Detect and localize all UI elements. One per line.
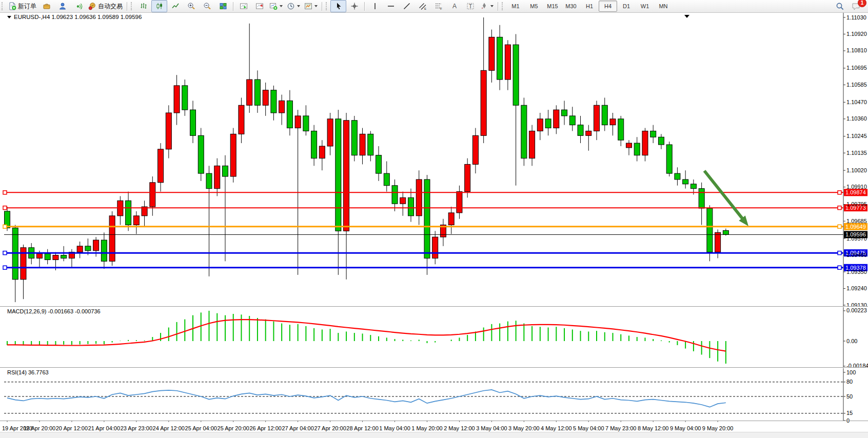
- zoom-in-button[interactable]: [183, 0, 199, 12]
- candle: [666, 145, 672, 173]
- candle: [505, 45, 510, 79]
- time-tick-label: 28 Apr 12:00: [346, 425, 378, 431]
- candle: [408, 197, 414, 215]
- candle: [618, 119, 624, 140]
- time-tick-label: 9 May 04:00: [670, 425, 701, 431]
- candle: [376, 155, 382, 173]
- candle: [85, 246, 91, 251]
- hline-handle[interactable]: [838, 225, 841, 228]
- cursor-arrow-icon: [334, 2, 343, 10]
- toolbar-separator: [127, 2, 127, 11]
- chart-title-text: EURUSD-,H4 1.09623 1.09636 1.09589 1.095…: [14, 14, 142, 20]
- timeframe-button-W1[interactable]: W1: [636, 1, 654, 12]
- fibonacci-button[interactable]: F: [430, 0, 446, 12]
- timeframe-button-M15[interactable]: M15: [543, 1, 562, 12]
- main-toolbar: 新订单 自动交易: [0, 0, 868, 13]
- chevron-down-icon: [297, 5, 300, 7]
- equidistant-channel-button[interactable]: E: [415, 0, 430, 12]
- candle: [247, 79, 252, 105]
- candlestick-chart-button[interactable]: [151, 0, 167, 12]
- chevron-down-icon: [280, 5, 283, 7]
- zoom-out-button[interactable]: [199, 0, 215, 12]
- timeframe-button-M5[interactable]: M5: [525, 1, 543, 12]
- search-button[interactable]: [832, 0, 848, 12]
- candle: [36, 254, 42, 258]
- vertical-line-button[interactable]: [367, 0, 383, 12]
- timeframe-button-D1[interactable]: D1: [617, 1, 636, 12]
- timeframe-button-M1[interactable]: M1: [506, 1, 525, 12]
- cursor-button[interactable]: [330, 0, 346, 12]
- chart-canvas[interactable]: 1.098741.097731.096491.095961.094751.093…: [0, 0, 868, 438]
- candle: [279, 101, 285, 113]
- text-button[interactable]: A: [446, 0, 462, 12]
- time-tick-label: 21 Apr 04:00: [88, 425, 120, 431]
- timeframe-button-M30[interactable]: M30: [562, 1, 580, 12]
- candle: [214, 166, 220, 188]
- candle: [133, 216, 139, 225]
- hline-handle[interactable]: [838, 191, 841, 194]
- hline-handle[interactable]: [838, 266, 841, 269]
- shapes-button[interactable]: [478, 0, 496, 12]
- time-tick-label: 3 May 20:00: [508, 425, 540, 431]
- candle: [150, 183, 155, 207]
- price-tick-label: 1.09240: [846, 285, 867, 291]
- candle: [465, 164, 470, 191]
- candle: [529, 131, 535, 158]
- price-tick-label: 1.10360: [846, 115, 867, 122]
- candle: [344, 121, 349, 231]
- time-tick-label: 1 May 04:00: [379, 425, 410, 431]
- time-tick-label: 2 May 12:00: [444, 425, 475, 431]
- autotrading-icon: [88, 2, 96, 10]
- chart-shift-button[interactable]: [251, 0, 267, 12]
- crosshair-icon: [350, 2, 359, 10]
- text-label-button[interactable]: T: [462, 0, 478, 12]
- bar-chart-button[interactable]: [135, 0, 151, 12]
- rsi-label: RSI(14) 36.7763: [7, 369, 49, 375]
- time-tick-label: 25 Apr 04:00: [185, 425, 217, 431]
- candle: [222, 166, 228, 176]
- fibo-sub-glyph: F: [440, 7, 442, 10]
- price-tick-label: 1.09795: [846, 201, 867, 207]
- hline-handle[interactable]: [838, 251, 841, 255]
- hline-handle[interactable]: [3, 225, 7, 228]
- hline-handle[interactable]: [838, 206, 841, 210]
- price-tick-label: 1.10695: [846, 65, 867, 71]
- hline-handle[interactable]: [3, 206, 7, 210]
- market-button[interactable]: [38, 0, 54, 12]
- candle: [126, 201, 131, 225]
- notification-count-badge: 1: [858, 0, 866, 7]
- vertical-line-icon: [371, 2, 379, 10]
- notifications-button[interactable]: 1: [848, 0, 864, 12]
- candle: [360, 134, 365, 155]
- crosshair-button[interactable]: [346, 0, 362, 12]
- tile-windows-button[interactable]: [215, 0, 231, 12]
- trendline-button[interactable]: [399, 0, 415, 12]
- shapes-icon: [480, 2, 488, 10]
- text-label-icon: T: [466, 2, 475, 10]
- horizontal-line-button[interactable]: [383, 0, 399, 12]
- new-order-button[interactable]: 新订单: [6, 0, 38, 12]
- community-button[interactable]: [54, 0, 70, 12]
- candle: [424, 180, 430, 258]
- zoom-out-icon: [203, 2, 211, 10]
- chart-title: EURUSD-,H4 1.09623 1.09636 1.09589 1.095…: [7, 14, 142, 20]
- timeframe-button-H1[interactable]: H1: [580, 1, 599, 12]
- hline-handle[interactable]: [3, 266, 7, 269]
- line-chart-button[interactable]: [167, 0, 183, 12]
- autotrading-button[interactable]: 自动交易: [86, 0, 125, 12]
- hline-handle[interactable]: [3, 191, 7, 194]
- signals-button[interactable]: [70, 0, 86, 12]
- candlestick-chart-icon: [155, 2, 164, 10]
- hline-handle[interactable]: [3, 251, 7, 255]
- autoscroll-button[interactable]: [235, 0, 251, 12]
- candle: [368, 134, 373, 155]
- macd-tick-label: 0.00223: [846, 307, 867, 313]
- indicators-button[interactable]: [267, 0, 285, 12]
- timeframe-button-MN[interactable]: MN: [654, 1, 673, 12]
- candle: [626, 143, 632, 148]
- periods-button[interactable]: [285, 0, 302, 12]
- templates-button[interactable]: [302, 0, 320, 12]
- candle: [691, 184, 696, 189]
- timeframe-button-H4[interactable]: H4: [599, 1, 617, 12]
- time-tick-label: 25 Apr 20:00: [218, 425, 249, 431]
